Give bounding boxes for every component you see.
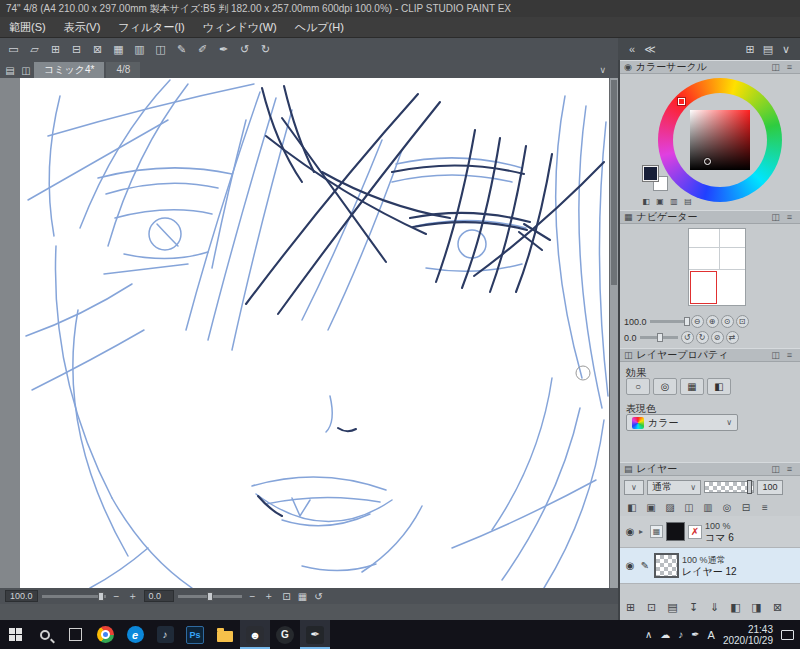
color-history-icon[interactable]: ◧ <box>640 196 652 207</box>
page-manager-icon[interactable]: ▤ <box>2 62 18 78</box>
panel-dock-icon[interactable]: ◫ <box>769 211 782 223</box>
zoom-out-button[interactable]: − <box>246 590 260 603</box>
reset-rotate-icon[interactable]: ↺ <box>312 590 326 603</box>
panel-menu-icon[interactable]: ≡ <box>783 211 796 223</box>
ruler-icon[interactable]: ▥ <box>130 40 149 58</box>
new-raster-layer-icon[interactable]: ⊞ <box>622 599 639 615</box>
visibility-eye-icon[interactable]: ◉ <box>624 560 636 571</box>
panel-list-icon[interactable]: ▤ <box>760 40 776 58</box>
action-center-icon[interactable] <box>781 630 794 640</box>
lock-layer-icon[interactable]: ▣ <box>643 500 659 514</box>
extract-line-icon[interactable]: ◧ <box>707 378 731 395</box>
panel-menu-icon[interactable]: ≡ <box>783 463 796 475</box>
fit-icon[interactable]: ⊡ <box>736 315 749 328</box>
rotate-left-icon[interactable]: ↺ <box>235 40 254 58</box>
rotate-left-icon[interactable]: ↺ <box>681 331 694 344</box>
pen-line-icon[interactable]: ✐ <box>193 40 212 58</box>
panel-dock-icon[interactable]: ◫ <box>769 349 782 361</box>
visibility-eye-icon[interactable]: ◉ <box>624 526 636 537</box>
create-mask-icon[interactable]: ◧ <box>727 599 744 615</box>
drawing-canvas[interactable] <box>20 78 610 588</box>
actual-size-icon[interactable]: ▦ <box>296 590 310 603</box>
panel-caret-icon[interactable]: ∨ <box>778 40 794 58</box>
onedrive-icon[interactable]: ☁ <box>660 629 670 640</box>
zoom-out-icon[interactable]: ⊖ <box>691 315 704 328</box>
opacity-value[interactable]: 100 <box>757 480 783 495</box>
navigator-zoom-slider[interactable] <box>650 320 688 323</box>
selection-lasso-icon[interactable]: ▱ <box>25 40 44 58</box>
saturation-value-square[interactable] <box>690 110 750 170</box>
panel-menu-icon[interactable]: ≡ <box>783 349 796 361</box>
approx-color-icon[interactable]: ▣ <box>654 196 666 207</box>
delete-layer-icon[interactable]: ⊠ <box>769 599 786 615</box>
menu-item[interactable]: 範囲(S) <box>0 17 55 37</box>
layer-thumbnail-checker[interactable] <box>654 553 679 578</box>
scrollbar-thumb[interactable] <box>611 80 617 285</box>
snap-ruler-icon[interactable]: ◫ <box>151 40 170 58</box>
tab-page-4-8[interactable]: 4/8 <box>106 62 140 78</box>
search-button[interactable] <box>30 620 60 649</box>
collapse-panel-icon[interactable]: ≪ <box>642 40 658 58</box>
set-ruler-icon[interactable]: ▥ <box>700 500 716 514</box>
navigator-rotation-slider[interactable] <box>640 336 678 339</box>
chrome-taskbar-button[interactable] <box>90 620 120 649</box>
canvas-zoom-slider[interactable] <box>42 595 106 598</box>
intermediate-color-icon[interactable]: ▥ <box>668 196 680 207</box>
layer-name[interactable]: コマ 6 <box>705 532 734 543</box>
tone-effect-icon[interactable]: ◎ <box>653 378 677 395</box>
ime-indicator[interactable]: A <box>708 629 715 641</box>
two-pane-icon[interactable]: ⊟ <box>738 500 754 514</box>
transfer-layer-icon[interactable]: ↧ <box>685 599 702 615</box>
flip-horizontal-icon[interactable]: ⇄ <box>726 331 739 344</box>
canvas-rotation-slider[interactable] <box>178 595 242 598</box>
hidden-icons-chevron[interactable]: ∧ <box>645 629 652 640</box>
start-button[interactable] <box>0 620 30 649</box>
new-layer-folder-icon[interactable]: ▤ <box>664 599 681 615</box>
zoom-100-icon[interactable]: ⊙ <box>721 315 734 328</box>
lock-transparent-icon[interactable]: ▨ <box>662 500 678 514</box>
canvas-zoom-value[interactable]: 100.0 <box>5 590 38 602</box>
menu-item[interactable]: ヘルプ(H) <box>286 17 353 37</box>
apply-mask-icon[interactable]: ◨ <box>748 599 765 615</box>
zoom-in-button[interactable]: ＋ <box>262 590 276 603</box>
layer-thumbnail-black[interactable] <box>666 522 685 541</box>
collapse-all-icon[interactable]: « <box>624 40 640 58</box>
deselect-icon[interactable]: ⊠ <box>88 40 107 58</box>
rotate-right-icon[interactable]: ↻ <box>256 40 275 58</box>
layer-name[interactable]: レイヤー 12 <box>682 566 737 577</box>
onion-skin-icon[interactable]: ◎ <box>719 500 735 514</box>
zoom-in-button[interactable]: ＋ <box>126 590 140 603</box>
hue-marker[interactable] <box>678 98 685 105</box>
subview-icon[interactable]: ◫ <box>18 62 34 78</box>
palette-color-dropdown[interactable]: ∨ <box>624 480 644 495</box>
menu-item[interactable]: ウィンドウ(W) <box>194 17 286 37</box>
menu-item[interactable]: 表示(V) <box>55 17 110 37</box>
layer-row-selected[interactable]: ◉ ✎ 100 %通常 レイヤー 12 <box>620 548 800 584</box>
combine-layer-icon[interactable]: ⇓ <box>706 599 723 615</box>
navigator-preview[interactable] <box>688 228 746 306</box>
panel-dock-icon[interactable]: ◫ <box>769 61 782 73</box>
halftone-icon[interactable]: ▦ <box>680 378 704 395</box>
panel-menu-icon[interactable]: ≡ <box>783 61 796 73</box>
color-set-icon[interactable]: ▤ <box>682 196 694 207</box>
file-explorer-button[interactable] <box>210 620 240 649</box>
task-view-button[interactable] <box>60 620 90 649</box>
blend-mode-dropdown[interactable]: 通常 ∨ <box>647 480 701 495</box>
navigator-view-rect[interactable] <box>690 271 717 304</box>
workspace-icon[interactable]: ⊞ <box>742 40 758 58</box>
media-app-button[interactable]: ♪ <box>150 620 180 649</box>
canvas-rotation-value[interactable]: 0.0 <box>144 590 174 602</box>
fit-to-screen-icon[interactable]: ⊡ <box>280 590 294 603</box>
selection-subtract-icon[interactable]: ⊟ <box>67 40 86 58</box>
volume-icon[interactable]: ♪ <box>678 629 683 640</box>
enable-mask-icon[interactable]: ◫ <box>681 500 697 514</box>
opacity-slider[interactable] <box>704 481 754 493</box>
tab-scroll-caret-icon[interactable]: ∨ <box>599 62 606 78</box>
layer-row-frame-folder[interactable]: ◉ ▸ ▦ ✗ 100 % コマ 6 <box>620 516 800 548</box>
edge-taskbar-button[interactable]: e <box>120 620 150 649</box>
new-vector-layer-icon[interactable]: ⊡ <box>643 599 660 615</box>
border-effect-icon[interactable]: ○ <box>626 378 650 395</box>
rotate-right-icon[interactable]: ↻ <box>696 331 709 344</box>
zoom-out-button[interactable]: − <box>110 590 124 603</box>
pen-curve-icon[interactable]: ✎ <box>172 40 191 58</box>
